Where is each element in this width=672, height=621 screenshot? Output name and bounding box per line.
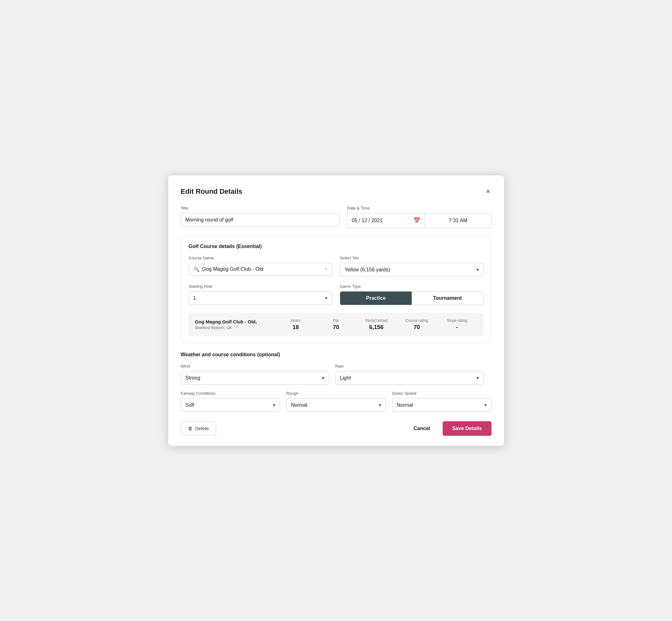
rough-label: Rough xyxy=(287,391,386,396)
wind-dropdown[interactable]: Calm Light Moderate Strong Very Strong xyxy=(181,371,329,384)
starting-hole-group: Starting Hole 1 2 10 ▾ xyxy=(189,284,333,305)
game-type-label: Game Type xyxy=(340,284,484,289)
wind-select-wrapper: Calm Light Moderate Strong Very Strong ▾ xyxy=(181,371,329,385)
datetime-label: Date & Time xyxy=(347,206,492,210)
rain-select-wrapper: None Light Moderate Heavy ▾ xyxy=(335,371,484,385)
weather-section-title: Weather and course conditions (optional) xyxy=(181,352,492,358)
course-name-group: Course Name 🔍 × xyxy=(189,256,333,277)
starting-hole-wrapper: 1 2 10 ▾ xyxy=(189,291,333,305)
delete-button[interactable]: 🗑 Delete xyxy=(181,422,216,435)
edit-round-modal: Edit Round Details × Title Date & Time 📅… xyxy=(168,175,504,446)
modal-title: Edit Round Details xyxy=(181,188,243,196)
par-label: Par xyxy=(333,318,339,323)
footer-right: Cancel Save Details xyxy=(409,421,492,436)
time-input-wrapper xyxy=(425,213,491,228)
wind-label: Wind xyxy=(181,364,329,369)
calendar-icon: 📅 xyxy=(413,217,420,224)
starting-hole-dropdown[interactable]: 1 2 10 xyxy=(189,292,332,304)
slope-rating-value: - xyxy=(456,324,458,331)
fairway-group: Fairway Conditions Dry Normal Soft Wet ▾ xyxy=(181,391,280,412)
golf-course-section: Golf Course details (Essential) Course N… xyxy=(181,236,492,343)
date-time-inputs: 📅 xyxy=(347,213,492,228)
select-tee-group: Select Tee Yellow (6,156 yards) White (6… xyxy=(340,256,484,277)
modal-header: Edit Round Details × xyxy=(181,187,492,196)
time-input[interactable] xyxy=(429,218,487,223)
yards-label: Yards(Yellow) xyxy=(365,318,388,323)
datetime-group: Date & Time 📅 xyxy=(347,206,492,228)
rough-group: Rough Short Normal Long ▾ xyxy=(287,391,386,412)
golf-course-title: Golf Course details (Essential) xyxy=(189,244,484,249)
title-datetime-row: Title Date & Time 📅 xyxy=(181,206,492,228)
cancel-button[interactable]: Cancel xyxy=(409,422,435,435)
holes-value: 18 xyxy=(292,324,299,331)
course-rating-label: Course rating xyxy=(406,318,428,323)
title-label: Title xyxy=(181,206,339,210)
delete-label: Delete xyxy=(195,426,209,431)
par-value: 70 xyxy=(333,324,339,331)
rain-group: Rain None Light Moderate Heavy ▾ xyxy=(335,364,484,385)
wind-group: Wind Calm Light Moderate Strong Very Str… xyxy=(181,364,329,385)
course-info-name: Gog Magog Golf Club - Old, xyxy=(195,319,276,324)
title-group: Title xyxy=(181,206,339,228)
green-speed-label: Green Speed xyxy=(392,391,492,396)
wind-rain-row: Wind Calm Light Moderate Strong Very Str… xyxy=(181,364,492,385)
practice-button[interactable]: Practice xyxy=(340,292,412,305)
course-name-label: Course Name xyxy=(189,256,333,260)
holes-label: Holes xyxy=(291,318,301,323)
starting-hole-label: Starting Hole xyxy=(189,284,333,289)
course-name-input[interactable] xyxy=(202,266,322,272)
fairway-select-wrapper: Dry Normal Soft Wet ▾ xyxy=(181,398,280,412)
yards-stat: Yards(Yellow) 6,156 xyxy=(356,318,396,331)
slope-rating-label: Slope rating xyxy=(447,318,467,323)
yards-value: 6,156 xyxy=(369,324,383,331)
green-speed-dropdown[interactable]: Slow Normal Fast xyxy=(392,399,491,411)
save-button[interactable]: Save Details xyxy=(443,421,491,436)
date-input-wrapper: 📅 xyxy=(347,213,425,228)
select-tee-label: Select Tee xyxy=(340,256,484,260)
title-input[interactable] xyxy=(181,213,339,227)
course-rating-value: 70 xyxy=(414,324,420,331)
course-name-search-wrapper: 🔍 × xyxy=(189,263,333,276)
fairway-rough-green-row: Fairway Conditions Dry Normal Soft Wet ▾… xyxy=(181,391,492,412)
rain-dropdown[interactable]: None Light Moderate Heavy xyxy=(336,371,483,384)
fairway-label: Fairway Conditions xyxy=(181,391,280,396)
green-speed-group: Green Speed Slow Normal Fast ▾ xyxy=(392,391,492,412)
course-info-name-location: Gog Magog Golf Club - Old, Shelford Bott… xyxy=(195,319,276,330)
rain-label: Rain xyxy=(335,364,484,369)
tournament-button[interactable]: Tournament xyxy=(412,292,483,305)
game-type-group: Game Type Practice Tournament xyxy=(340,284,484,305)
clear-course-icon[interactable]: × xyxy=(325,266,328,272)
holes-stat: Holes 18 xyxy=(276,318,316,331)
select-tee-dropdown[interactable]: Yellow (6,156 yards) White (6,500 yards)… xyxy=(340,263,483,276)
game-type-toggle: Practice Tournament xyxy=(340,291,484,305)
trash-icon: 🗑 xyxy=(188,426,193,431)
course-info-box: Gog Magog Golf Club - Old, Shelford Bott… xyxy=(189,313,484,336)
course-rating-stat: Course rating 70 xyxy=(396,318,437,331)
slope-rating-stat: Slope rating - xyxy=(437,318,477,331)
weather-section: Weather and course conditions (optional)… xyxy=(181,352,492,412)
footer-row: 🗑 Delete Cancel Save Details xyxy=(181,418,492,436)
par-stat: Par 70 xyxy=(316,318,356,331)
close-button[interactable]: × xyxy=(485,187,492,196)
course-tee-row: Course Name 🔍 × Select Tee Yellow (6,156… xyxy=(189,256,484,277)
green-speed-select-wrapper: Slow Normal Fast ▾ xyxy=(392,398,492,412)
fairway-dropdown[interactable]: Dry Normal Soft Wet xyxy=(181,399,280,411)
hole-gametype-row: Starting Hole 1 2 10 ▾ Game Type Practic… xyxy=(189,284,484,305)
select-tee-wrapper: Yellow (6,156 yards) White (6,500 yards)… xyxy=(340,263,484,277)
course-info-location: Shelford Bottom, UK xyxy=(195,325,276,330)
search-icon: 🔍 xyxy=(194,266,200,272)
date-input[interactable] xyxy=(352,218,410,223)
rough-select-wrapper: Short Normal Long ▾ xyxy=(287,398,386,412)
rough-dropdown[interactable]: Short Normal Long xyxy=(287,399,385,411)
